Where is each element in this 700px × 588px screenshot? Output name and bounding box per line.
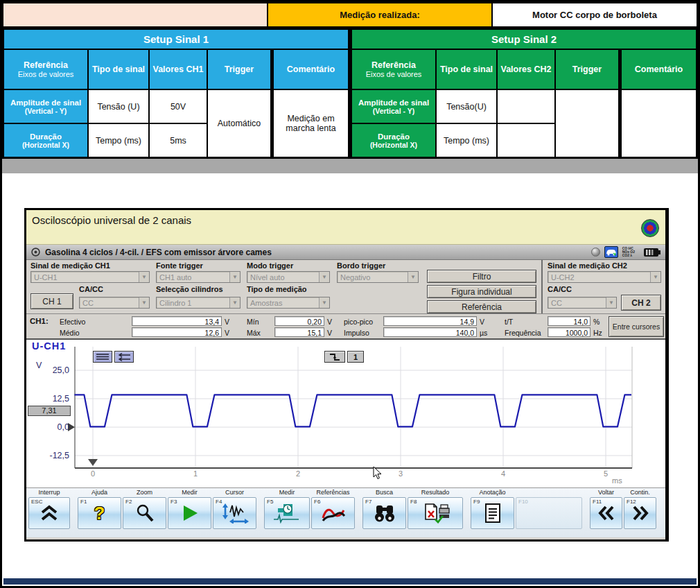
mouse-cursor-icon bbox=[373, 467, 383, 481]
ch1-coupling-label: CA/CC bbox=[79, 285, 103, 293]
chevron-down-icon[interactable]: ▼ bbox=[229, 272, 240, 282]
referencia-button[interactable]: Referência bbox=[427, 300, 536, 313]
top-empty-cell bbox=[3, 3, 267, 26]
document-printer-check-icon bbox=[420, 503, 450, 524]
oscilloscope-window: Osciloscópio universal de 2 canais Gasol… bbox=[24, 208, 669, 542]
measure-type-label: Tipo de medição bbox=[247, 285, 307, 293]
setup1-row1-ref: Amplitude de sinal (Vertical - Y) bbox=[4, 90, 87, 123]
setup2-col-trigger: Trigger bbox=[556, 50, 618, 89]
y-tick-neg12-5: -12,5 bbox=[39, 451, 69, 460]
x-tick-3: 3 bbox=[394, 469, 408, 478]
chevron-down-icon[interactable]: ▼ bbox=[139, 297, 149, 308]
ajuda-button[interactable]: F1 ? bbox=[78, 497, 121, 529]
picopico-field: 14,9 bbox=[383, 316, 477, 326]
f10-button-disabled: F10 bbox=[516, 497, 582, 529]
cursor-arrows-waveform-icon bbox=[220, 503, 250, 524]
impulso-field: 140,0 bbox=[383, 327, 477, 337]
measure-type-select[interactable]: Amostras ▼ bbox=[247, 297, 330, 309]
chevron-down-icon[interactable]: ▼ bbox=[319, 297, 329, 308]
x-tick-2: 2 bbox=[291, 469, 305, 478]
measurements-bar: CH1: Efectivo 13,4 V Médio 12,6 V Mín 0,… bbox=[26, 314, 665, 340]
trigger-edge-label: Bordo trigger bbox=[337, 261, 385, 270]
scope-titlebar: Osciloscópio universal de 2 canais bbox=[26, 210, 665, 245]
setup1-title: Setup Sinal 1 bbox=[4, 30, 348, 49]
ch1-signal-select[interactable]: U-CH1 ▼ bbox=[30, 271, 150, 283]
y-tick-0: 0,0 bbox=[39, 422, 69, 432]
setup-tables: Setup Sinal 1 Referência Eixos de valore… bbox=[2, 28, 698, 159]
figura-individual-button[interactable]: Figura individual bbox=[427, 285, 536, 298]
referencias-button[interactable]: F6 bbox=[311, 497, 355, 529]
anotacao-button[interactable]: F9 bbox=[471, 497, 514, 529]
setup-sinal-2-table: Setup Sinal 2 Referência Eixos de valore… bbox=[350, 28, 698, 159]
app-logo-icon bbox=[641, 219, 659, 237]
voltar-button[interactable]: F11 bbox=[590, 497, 622, 529]
setup1-row2-ref: Duração (Horizontal X) bbox=[4, 124, 87, 157]
ch2-signal-select[interactable]: U-CH2 ▼ bbox=[548, 271, 661, 283]
chevron-down-icon[interactable]: ▼ bbox=[139, 272, 149, 282]
ch2-signal-label: Sinal de medição CH2 bbox=[548, 261, 627, 270]
bottom-navy-bar bbox=[3, 578, 697, 585]
setup2-trigger-value bbox=[556, 90, 618, 157]
channel-position-button[interactable] bbox=[93, 351, 112, 363]
cursor-button[interactable]: F4 bbox=[213, 497, 256, 529]
medir-tools-button[interactable]: F5 bbox=[264, 497, 310, 529]
chevron-down-icon[interactable]: ▼ bbox=[408, 272, 418, 282]
trigger-source-select[interactable]: CH1 auto ▼ bbox=[156, 271, 240, 283]
ch1-button[interactable]: CH 1 bbox=[30, 293, 73, 309]
medir-start-button[interactable]: F3 bbox=[168, 497, 211, 529]
ch2-coupling-select[interactable]: CC ▼ bbox=[548, 297, 617, 309]
fkey-zoom: Zoom F2 bbox=[123, 489, 166, 529]
picopico-label: pico-pico bbox=[344, 318, 373, 326]
frequencia-field: 1000,0 bbox=[548, 327, 590, 337]
vehicle-config-text: Gasolina 4 ciclos / 4-cil. / EFS com emi… bbox=[45, 248, 272, 257]
ch1-signal-label: Sinal de medição CH1 bbox=[30, 261, 110, 270]
trigger-channel-button[interactable]: 1 bbox=[347, 351, 364, 363]
tt-field: 14,0 bbox=[548, 316, 590, 326]
vehicle-icon[interactable] bbox=[604, 246, 618, 258]
chevron-down-icon[interactable]: ▼ bbox=[229, 297, 240, 308]
trigger-mode-label: Modo trigger bbox=[247, 261, 293, 270]
status-led-icon[interactable] bbox=[591, 248, 600, 257]
setup2-col-tipo: Tipo de sinal bbox=[437, 50, 496, 89]
trigger-level-badge[interactable]: 7,31 bbox=[28, 406, 71, 416]
efectivo-label: Efectivo bbox=[60, 318, 85, 326]
setup1-col-trigger: Trigger bbox=[208, 50, 270, 89]
resultado-button[interactable]: F8 bbox=[408, 497, 463, 529]
cylinder-select[interactable]: Cilindro 1 ▼ bbox=[156, 297, 240, 309]
y-tick-12-5: 12,5 bbox=[39, 394, 69, 404]
timebase-shift-button[interactable] bbox=[114, 351, 134, 363]
trigger-edge-button[interactable] bbox=[324, 351, 345, 363]
scope-statusbar: Gasolina 4 ciclos / 4-cil. / EFS com emi… bbox=[26, 245, 665, 260]
fkey-toolbar: Interrup ESC Ajuda F1 ? Zoom bbox=[26, 487, 665, 537]
setup2-row1-ref: Amplitude de sinal (Vertical - Y) bbox=[352, 90, 435, 123]
trigger-position-marker-icon[interactable] bbox=[88, 459, 98, 466]
measurement-value: Motor CC corpo de borboleta bbox=[493, 3, 697, 26]
efectivo-field: 13,4 bbox=[132, 316, 222, 326]
ch2-button[interactable]: CH 2 bbox=[621, 295, 661, 311]
scope-title: Osciloscópio universal de 2 canais bbox=[32, 214, 191, 226]
gear-icon bbox=[30, 247, 41, 257]
setup2-row2-tipo: Tempo (ms) bbox=[437, 124, 496, 157]
double-chevron-up-icon bbox=[39, 505, 60, 521]
question-mark-icon: ? bbox=[94, 504, 105, 522]
busca-button[interactable]: F7 bbox=[362, 497, 406, 529]
trigger-edge-select[interactable]: Negativo ▼ bbox=[337, 271, 419, 283]
setup1-col-referencia: Referência Eixos de valores bbox=[4, 50, 87, 89]
interrup-button[interactable]: ESC bbox=[28, 497, 70, 529]
entre-cursores-button[interactable]: Entre cursores bbox=[609, 316, 664, 337]
chevron-down-icon[interactable]: ▼ bbox=[606, 297, 616, 308]
fkey-continuar: Contin. F12 bbox=[624, 489, 656, 529]
continuar-button[interactable]: F12 bbox=[624, 497, 656, 529]
emissions-icon: CO HC NOx O2 CO2 λ bbox=[622, 247, 635, 257]
ch1-coupling-select[interactable]: CC ▼ bbox=[79, 297, 150, 309]
x-tick-1: 1 bbox=[189, 469, 202, 478]
chevron-down-icon[interactable]: ▼ bbox=[650, 272, 660, 282]
zoom-button[interactable]: F2 bbox=[123, 497, 166, 529]
filtro-button[interactable]: Filtro bbox=[427, 270, 536, 283]
waveform-plot: U-CH1 V 25,0 12,5 0,0 -12,5 7,31 1 0 1 2… bbox=[26, 340, 665, 487]
trigger-mode-select[interactable]: Nível auto ▼ bbox=[247, 271, 330, 283]
chevron-down-icon[interactable]: ▼ bbox=[319, 272, 329, 282]
fkey-f10: F10 bbox=[516, 489, 582, 529]
x-tick-5: 5 bbox=[599, 469, 613, 478]
setup1-trigger-value: Automático bbox=[208, 90, 270, 157]
